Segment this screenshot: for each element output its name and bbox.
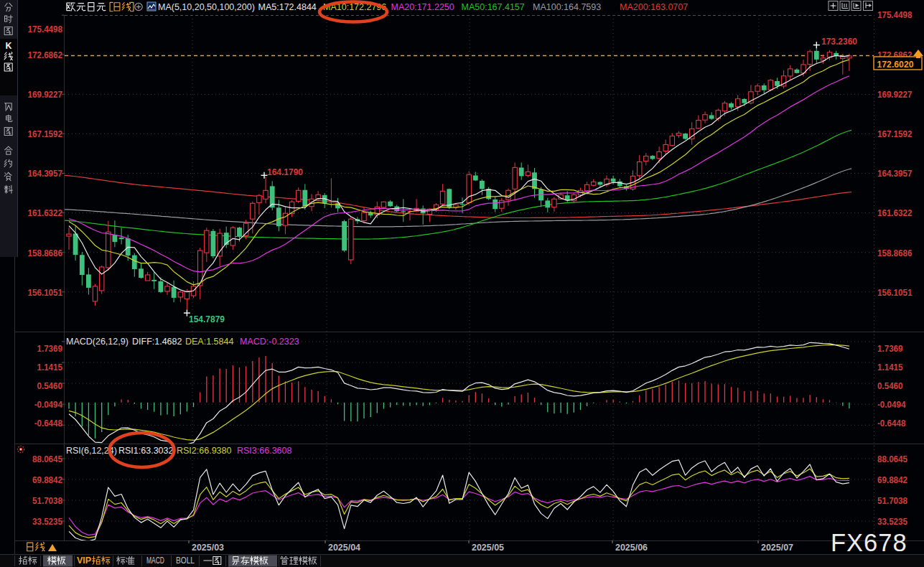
svg-text:69.8842: 69.8842: [877, 474, 907, 485]
svg-text:0.5460: 0.5460: [877, 380, 903, 391]
svg-text:169.9227: 169.9227: [28, 89, 62, 100]
svg-text:156.1051: 156.1051: [877, 287, 913, 298]
svg-text:175.4498: 175.4498: [877, 9, 913, 20]
svg-text:156.1051: 156.1051: [28, 287, 63, 298]
svg-text:154.7879: 154.7879: [189, 314, 225, 324]
svg-text:167.1592: 167.1592: [28, 128, 62, 139]
svg-text:69.8842: 69.8842: [32, 474, 62, 485]
svg-text:VIP: VIP: [77, 556, 91, 566]
svg-text:51.7038: 51.7038: [877, 495, 907, 506]
svg-text:33.5235: 33.5235: [877, 516, 907, 527]
svg-text:164.1790: 164.1790: [267, 167, 303, 177]
svg-text:MA5:172.4844: MA5:172.4844: [258, 2, 317, 12]
svg-text:MA50:167.4157: MA50:167.4157: [462, 2, 525, 12]
svg-text:88.0645: 88.0645: [32, 454, 62, 464]
svg-text:MA20:171.2250: MA20:171.2250: [391, 2, 454, 12]
svg-text:RSI2:66.9380: RSI2:66.9380: [177, 446, 231, 456]
svg-text:-0.0494: -0.0494: [34, 399, 63, 410]
svg-text:173.2360: 173.2360: [821, 36, 857, 47]
svg-text:-0.0494: -0.0494: [877, 399, 906, 410]
svg-text:DEA:1.5844: DEA:1.5844: [185, 337, 233, 347]
svg-text:MA200:163.0707: MA200:163.0707: [620, 2, 688, 12]
svg-text:51.7038: 51.7038: [32, 495, 62, 506]
svg-text:DIFF:1.4682: DIFF:1.4682: [132, 337, 182, 347]
svg-text:158.8686: 158.8686: [28, 248, 63, 258]
svg-text:158.8686: 158.8686: [877, 248, 913, 258]
svg-text:MA100:164.7593: MA100:164.7593: [533, 2, 601, 12]
svg-text:1.7369: 1.7369: [37, 343, 62, 354]
svg-text:-0.6448: -0.6448: [34, 418, 63, 428]
svg-text:2025/04: 2025/04: [328, 542, 361, 553]
svg-text:88.0645: 88.0645: [877, 454, 907, 464]
svg-text:FX678: FX678: [831, 529, 907, 556]
svg-text:175.4498: 175.4498: [28, 24, 63, 34]
svg-text:2025/05: 2025/05: [472, 542, 504, 553]
svg-text:MA(5,10,20,50,100,200): MA(5,10,20,50,100,200): [158, 2, 255, 12]
svg-text:164.3957: 164.3957: [877, 168, 912, 179]
svg-text:2025/06: 2025/06: [615, 542, 648, 553]
svg-text:1.7369: 1.7369: [877, 343, 903, 354]
svg-text:169.9227: 169.9227: [877, 89, 912, 100]
svg-text:161.6322: 161.6322: [28, 207, 62, 218]
svg-text:33.5235: 33.5235: [32, 516, 62, 527]
svg-text:RSI3:66.3608: RSI3:66.3608: [237, 446, 291, 456]
svg-text:BOLL: BOLL: [176, 556, 195, 566]
svg-text:-0.6448: -0.6448: [877, 418, 906, 428]
svg-text:167.1592: 167.1592: [877, 128, 912, 139]
svg-text:172.6862: 172.6862: [28, 50, 62, 60]
svg-text:RSI1:63.3032: RSI1:63.3032: [118, 446, 173, 456]
svg-text:164.3957: 164.3957: [28, 168, 62, 179]
svg-text:0.5460: 0.5460: [37, 380, 62, 391]
svg-text:161.6322: 161.6322: [877, 207, 912, 218]
svg-text:2025/03: 2025/03: [192, 542, 224, 553]
svg-text:2025/07: 2025/07: [761, 542, 793, 553]
svg-text:MACD:-0.2323: MACD:-0.2323: [240, 337, 299, 347]
svg-text:K: K: [5, 41, 11, 51]
svg-text:172.6020: 172.6020: [877, 59, 914, 70]
svg-text:MACD(26,12,9): MACD(26,12,9): [66, 337, 129, 347]
svg-text:1.1415: 1.1415: [37, 362, 62, 372]
svg-text:MACD: MACD: [146, 556, 164, 566]
svg-text:1.1415: 1.1415: [877, 362, 903, 372]
